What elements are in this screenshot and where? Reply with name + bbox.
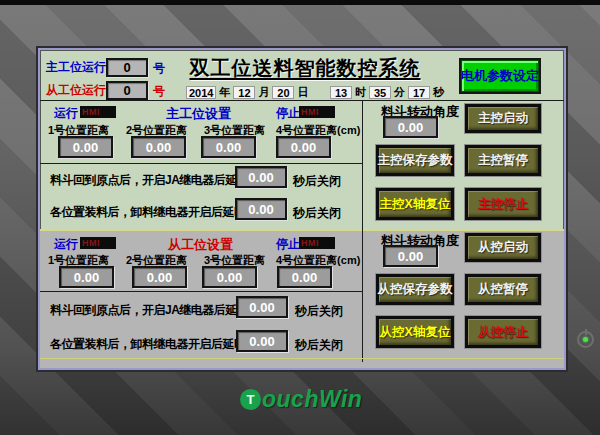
slave-run-status-label: 运行 [54, 236, 78, 253]
main-x-axis-reset-button[interactable]: 主控X轴复位 [376, 188, 454, 220]
slave-stop-status-label: 停止 [276, 236, 300, 253]
main-pause-button[interactable]: 主控暂停 [465, 145, 541, 176]
motor-params-button[interactable]: 电机参数设定 [461, 60, 539, 92]
power-indicator-icon [577, 331, 594, 348]
main-pos1-field[interactable]: 0.00 [58, 136, 113, 158]
slave-pos4-field[interactable]: 0.00 [277, 266, 332, 288]
main-station-title: 主工位设置 [166, 105, 231, 123]
date-year-value: 2014 [186, 86, 216, 99]
main-pos4-field[interactable]: 0.00 [276, 136, 331, 158]
power-led-dot [583, 337, 588, 342]
slave-station-title: 从工位设置 [168, 236, 233, 254]
slave-pos1-field[interactable]: 0.00 [59, 266, 114, 288]
main-box-divider [40, 163, 362, 164]
power-icon-tick [585, 329, 587, 335]
screen-top-bezel [0, 0, 600, 5]
slave-pos2-field[interactable]: 0.00 [132, 266, 187, 288]
slave-save-params-button[interactable]: 从控保存参数 [376, 274, 454, 305]
main-hopper-angle-field[interactable]: 0.00 [383, 116, 438, 138]
time-second-unit: 秒 [433, 85, 444, 100]
time-minute-unit: 分 [394, 85, 405, 100]
slave-run-unit: 号 [153, 83, 165, 100]
main-run-status-label: 运行 [54, 105, 78, 122]
slave-section-bottom-line [40, 358, 564, 359]
slave-delay2-prefix: 各位置装料后，卸料继电器开启后延时 [50, 336, 246, 353]
slave-box-divider [40, 291, 362, 292]
main-delay1-field[interactable]: 0.00 [235, 166, 287, 188]
slave-delay1-field[interactable]: 0.00 [236, 296, 288, 318]
slave-stop-lamp: HMI [299, 237, 335, 249]
main-save-params-button[interactable]: 主控保存参数 [376, 145, 454, 176]
main-stop-lamp: HMI [299, 106, 335, 118]
header-divider [40, 100, 564, 101]
main-delay1-suffix: 秒后关闭 [293, 173, 341, 190]
hmi-panel: 主工位运行 0 号 从工位运行 0 号 双工位送料智能数控系统 2014 年 1… [38, 48, 566, 370]
slave-pos3-field[interactable]: 0.00 [202, 266, 257, 288]
main-delay2-prefix: 各位置装料后，卸料继电器开启后延时 [50, 204, 246, 221]
column-divider [362, 100, 363, 362]
slave-start-button[interactable]: 从控启动 [465, 233, 541, 262]
slave-run-lamp: HMI [80, 237, 116, 249]
slave-delay2-suffix: 秒后关闭 [295, 337, 343, 354]
main-delay2-suffix: 秒后关闭 [293, 205, 341, 222]
main-start-button[interactable]: 主控启动 [465, 104, 541, 133]
touchwin-logo: T ouchWin [240, 386, 362, 413]
main-run-number-field[interactable]: 0 [106, 58, 148, 77]
time-minute-value: 35 [369, 86, 391, 99]
page-title: 双工位送料智能数控系统 [185, 55, 425, 82]
main-pos2-field[interactable]: 0.00 [131, 136, 186, 158]
main-delay1-prefix: 料斗回到原点后，开启JA继电器后延时 [50, 172, 248, 189]
slave-delay1-suffix: 秒后关闭 [295, 303, 343, 320]
touchwin-logo-text: ouchWin [262, 386, 362, 413]
time-hour-unit: 时 [355, 85, 366, 100]
main-run-label: 主工位运行 [46, 59, 106, 76]
main-pos3-field[interactable]: 0.00 [201, 136, 256, 158]
slave-delay2-field[interactable]: 0.00 [236, 330, 288, 352]
time-second-value: 17 [408, 86, 430, 99]
main-run-unit: 号 [153, 60, 165, 77]
date-year-unit: 年 [219, 85, 230, 100]
date-month-unit: 月 [258, 85, 269, 100]
slave-stop-button[interactable]: 从控停止 [465, 316, 541, 348]
main-stop-button[interactable]: 主控停止 [465, 188, 541, 220]
main-delay2-field[interactable]: 0.00 [235, 198, 287, 220]
date-day-unit: 日 [297, 85, 308, 100]
slave-x-axis-reset-button[interactable]: 从控X轴复位 [376, 316, 454, 348]
slave-run-number-field[interactable]: 0 [106, 81, 148, 100]
time-hour-value: 13 [330, 86, 352, 99]
main-run-lamp: HMI [80, 106, 116, 118]
date-display: 2014 年 12 月 20 日 [186, 85, 308, 100]
time-display: 13 时 35 分 17 秒 [330, 85, 444, 100]
main-stop-status-label: 停止 [276, 105, 300, 122]
touchwin-logo-mark: T [240, 389, 261, 410]
slave-hopper-angle-field[interactable]: 0.00 [383, 245, 438, 267]
date-day-value: 20 [272, 86, 294, 99]
slave-run-label: 从工位运行 [46, 82, 106, 99]
slave-pause-button[interactable]: 从控暂停 [465, 274, 541, 305]
slave-delay1-prefix: 料斗回到原点后，开启JA继电器后延时 [50, 302, 248, 319]
date-month-value: 12 [233, 86, 255, 99]
